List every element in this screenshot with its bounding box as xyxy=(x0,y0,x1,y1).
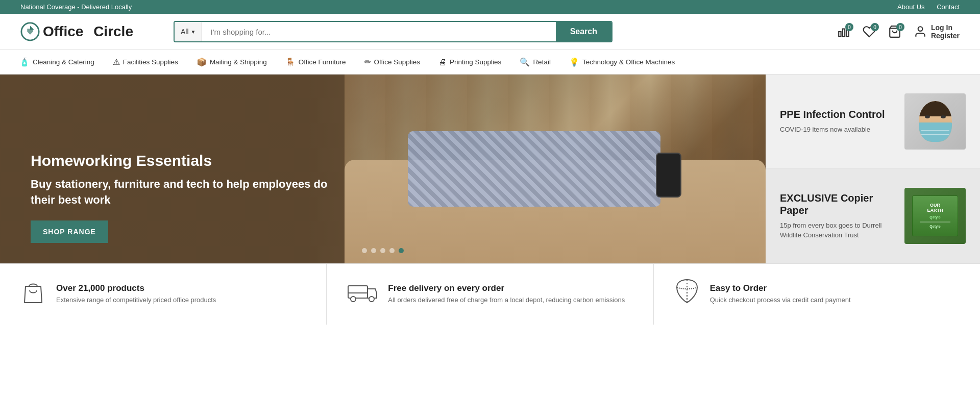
hero-carousel-dots xyxy=(362,248,404,253)
mailing-icon: 📦 xyxy=(197,57,207,67)
ppe-image xyxy=(904,93,966,150)
leaf-icon xyxy=(674,278,700,310)
copier-title: EXCLUSIVE Copier Paper xyxy=(780,192,896,216)
login-label: Log In xyxy=(931,23,960,32)
svg-rect-1 xyxy=(839,32,841,37)
hero-dot-1[interactable] xyxy=(362,248,367,253)
feature-delivery-title: Free delivery on every order xyxy=(388,283,625,293)
nav-technology-label: Technology & Office Machines xyxy=(582,58,675,66)
tagline: National Coverage - Delivered Locally xyxy=(20,3,132,11)
nav-mailing[interactable]: 📦 Mailing & Shipping xyxy=(187,50,276,74)
search-bar: All ▼ Search xyxy=(174,21,612,42)
hero-dot-2[interactable] xyxy=(371,248,376,253)
header: Office Circle All ▼ Search 0 0 xyxy=(0,14,980,50)
feature-order-desc: Quick checkout process via credit card p… xyxy=(710,296,851,305)
copier-panel[interactable]: EXCLUSIVE Copier Paper 15p from every bo… xyxy=(766,169,980,263)
nav-cleaning-catering[interactable]: 🧴 Cleaning & Catering xyxy=(10,50,104,74)
nav-printing[interactable]: 🖨 Printing Supplies xyxy=(429,51,510,74)
hero-image xyxy=(345,75,766,263)
hero-title: Homeworking Essentials xyxy=(31,152,337,169)
svg-rect-2 xyxy=(843,29,845,37)
feature-products-desc: Extensive range of competitively priced … xyxy=(56,296,216,305)
search-category-label: All xyxy=(181,28,189,36)
technology-icon: 💡 xyxy=(569,57,579,67)
main-nav: 🧴 Cleaning & Catering ⚠ Facilities Suppl… xyxy=(0,50,980,75)
logo-icon xyxy=(20,22,40,41)
ppe-desc: COVID-19 items now available xyxy=(780,125,896,135)
furniture-icon: 🪑 xyxy=(285,57,296,67)
nav-printing-label: Printing Supplies xyxy=(450,58,501,66)
nav-facilities[interactable]: ⚠ Facilities Supplies xyxy=(104,50,187,74)
feature-delivery-desc: All orders delivered free of charge from… xyxy=(388,296,625,305)
feature-delivery: Free delivery on every order All orders … xyxy=(327,264,653,325)
orders-icon-button[interactable]: 0 xyxy=(837,25,850,38)
user-icon xyxy=(914,25,927,38)
cart-badge: 0 xyxy=(896,23,904,31)
truck-icon xyxy=(347,282,378,307)
search-input[interactable] xyxy=(202,22,555,41)
nav-furniture[interactable]: 🪑 Office Furniture xyxy=(276,50,355,74)
nav-cleaning-label: Cleaning & Catering xyxy=(33,58,94,66)
ppe-panel[interactable]: PPE Infection Control COVID-19 items now… xyxy=(766,75,980,169)
facilities-icon: ⚠ xyxy=(113,57,120,67)
cleaning-icon: 🧴 xyxy=(19,57,30,67)
hero-content: Homeworking Essentials Buy stationery, f… xyxy=(31,152,337,243)
logo-text-circle: Circle xyxy=(93,23,133,40)
main-content: Homeworking Essentials Buy stationery, f… xyxy=(0,75,980,263)
printing-icon: 🖨 xyxy=(438,58,447,67)
feature-products: Over 21,000 products Extensive range of … xyxy=(0,264,327,325)
feature-strip: Over 21,000 products Extensive range of … xyxy=(0,263,980,325)
top-bar-links: About Us Contact xyxy=(887,3,960,11)
feature-products-title: Over 21,000 products xyxy=(56,283,216,293)
nav-retail[interactable]: 🔍 Retail xyxy=(510,50,560,74)
chevron-down-icon: ▼ xyxy=(191,29,196,35)
logo-text-office: Office xyxy=(43,23,83,40)
bag-icon xyxy=(20,278,46,310)
retail-icon: 🔍 xyxy=(520,57,530,67)
svg-point-7 xyxy=(351,297,356,302)
supplies-icon: ✏ xyxy=(364,57,371,67)
copier-desc: 15p from every box goes to Durrell Wildl… xyxy=(780,220,896,240)
about-us-link[interactable]: About Us xyxy=(897,3,924,11)
hero-cta-button[interactable]: SHOP RANGE xyxy=(31,220,108,243)
wishlist-icon-button[interactable]: 0 xyxy=(863,25,876,38)
hero-subtitle: Buy stationery, furniture and tech to he… xyxy=(31,177,337,208)
copier-image: OUREARTH Qstyle Qstyle xyxy=(904,188,966,244)
ppe-title: PPE Infection Control xyxy=(780,108,896,120)
search-button[interactable]: Search xyxy=(556,22,611,41)
svg-point-8 xyxy=(369,297,374,302)
hero-dot-5[interactable] xyxy=(399,248,404,253)
hero-dot-3[interactable] xyxy=(380,248,385,253)
contact-link[interactable]: Contact xyxy=(937,3,960,11)
wishlist-badge: 0 xyxy=(871,23,879,31)
sidebar-panels: PPE Infection Control COVID-19 items now… xyxy=(766,75,980,263)
header-icons: 0 0 0 Log In Register xyxy=(837,23,960,40)
search-category-selector[interactable]: All ▼ xyxy=(175,22,202,41)
nav-supplies-label: Office Supplies xyxy=(374,58,421,66)
hero-section: Homeworking Essentials Buy stationery, f… xyxy=(0,75,766,263)
top-bar: National Coverage - Delivered Locally Ab… xyxy=(0,0,980,14)
nav-technology[interactable]: 💡 Technology & Office Machines xyxy=(560,50,684,74)
nav-retail-label: Retail xyxy=(533,58,551,66)
feature-order: Easy to Order Quick checkout process via… xyxy=(654,264,980,325)
feature-order-title: Easy to Order xyxy=(710,283,851,293)
svg-point-5 xyxy=(918,27,923,31)
nav-office-supplies[interactable]: ✏ Office Supplies xyxy=(355,50,430,74)
register-label: Register xyxy=(931,32,960,40)
nav-mailing-label: Mailing & Shipping xyxy=(210,58,267,66)
svg-rect-6 xyxy=(348,286,368,298)
nav-furniture-label: Office Furniture xyxy=(299,58,346,66)
orders-badge: 0 xyxy=(845,23,853,31)
logo[interactable]: Office Circle xyxy=(20,22,163,41)
nav-facilities-label: Facilities Supplies xyxy=(123,58,178,66)
hero-dot-4[interactable] xyxy=(389,248,395,253)
login-button[interactable]: Log In Register xyxy=(914,23,960,40)
cart-icon-button[interactable]: 0 xyxy=(888,25,901,38)
